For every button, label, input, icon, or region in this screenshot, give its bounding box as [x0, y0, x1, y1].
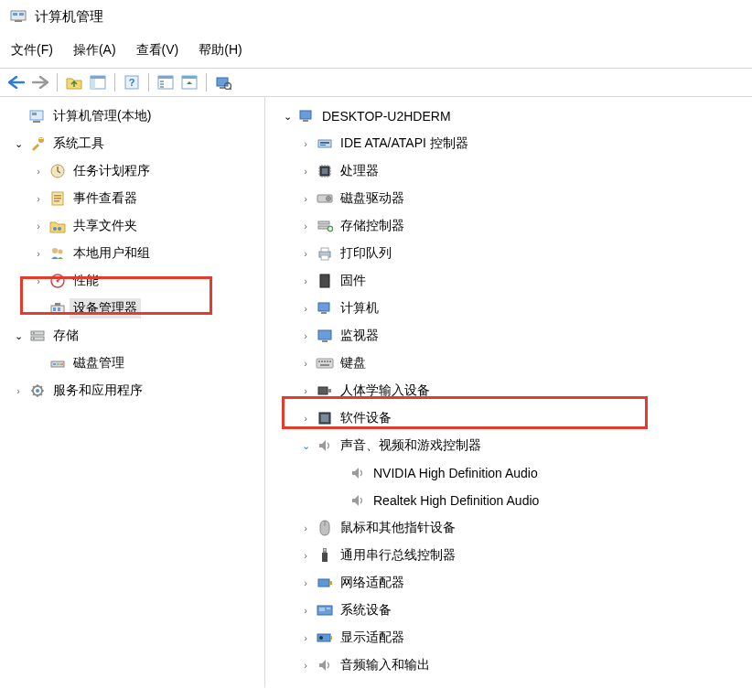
device-system[interactable]: › 系统设备: [265, 597, 752, 624]
chevron-right-icon[interactable]: ›: [11, 383, 26, 398]
tree-storage[interactable]: ⌄ 存储: [0, 322, 264, 350]
tree-event-viewer[interactable]: › 事件查看器: [0, 185, 264, 212]
chevron-right-icon[interactable]: ›: [298, 191, 313, 206]
svg-rect-68: [319, 280, 320, 282]
chevron-right-icon[interactable]: ›: [298, 328, 313, 343]
device-ide[interactable]: › IDE ATA/ATAPI 控制器: [265, 130, 752, 157]
chevron-right-icon[interactable]: ›: [298, 576, 313, 590]
expander-icon: [331, 493, 346, 508]
device-processors[interactable]: › 处理器: [265, 157, 752, 185]
device-sound[interactable]: ⌄ 声音、视频和游戏控制器: [265, 432, 752, 459]
tree-root[interactable]: 计算机管理(本地): [0, 102, 264, 130]
device-network[interactable]: › 网络适配器: [265, 569, 752, 597]
chevron-right-icon[interactable]: ›: [298, 383, 313, 398]
svg-rect-69: [319, 284, 320, 285]
chevron-right-icon[interactable]: ›: [298, 411, 313, 425]
scan-hardware-button[interactable]: [212, 71, 234, 93]
device-software[interactable]: › 软件设备: [265, 404, 752, 432]
chevron-right-icon[interactable]: ›: [31, 246, 46, 261]
chevron-right-icon[interactable]: ›: [298, 548, 313, 563]
chevron-right-icon[interactable]: ›: [31, 274, 46, 288]
chevron-right-icon[interactable]: ›: [298, 274, 313, 288]
menu-view[interactable]: 查看(V): [136, 42, 179, 59]
device-usb[interactable]: › 通用串行总线控制器: [265, 542, 752, 569]
services-icon: [27, 382, 48, 400]
device-hid[interactable]: › 人体学输入设备: [265, 377, 752, 404]
expander-icon: [11, 109, 26, 124]
chevron-right-icon[interactable]: ›: [298, 219, 313, 233]
up-folder-button[interactable]: [63, 71, 85, 93]
chevron-right-icon[interactable]: ›: [298, 603, 313, 618]
chevron-right-icon[interactable]: ›: [298, 630, 313, 645]
expander-icon: [331, 466, 346, 480]
refresh-button[interactable]: [178, 71, 200, 93]
device-keyboards[interactable]: › 键盘: [265, 350, 752, 377]
chevron-right-icon[interactable]: ›: [298, 356, 313, 371]
svg-rect-76: [322, 340, 328, 342]
device-root[interactable]: ⌄ DESKTOP-U2HDERM: [265, 102, 752, 130]
tree-label: 监视器: [337, 326, 382, 346]
mouse-icon: [315, 519, 335, 537]
chevron-right-icon[interactable]: ›: [31, 191, 46, 206]
chevron-down-icon[interactable]: ⌄: [11, 136, 26, 151]
forward-button[interactable]: [29, 71, 51, 93]
device-firmware[interactable]: › 固件: [265, 267, 752, 295]
chevron-right-icon[interactable]: ›: [31, 164, 46, 178]
device-nvidia-audio[interactable]: NVIDIA High Definition Audio: [265, 459, 752, 487]
device-display-adapters[interactable]: › 显示适配器: [265, 624, 752, 652]
tree-label: 计算机管理(本地): [49, 106, 155, 126]
tree-local-users[interactable]: › 本地用户和组: [0, 240, 264, 267]
chevron-right-icon[interactable]: ›: [298, 658, 313, 673]
svg-rect-53: [320, 142, 329, 144]
chevron-down-icon[interactable]: ⌄: [11, 328, 26, 343]
tree-shared-folders[interactable]: › 共享文件夹: [0, 212, 264, 240]
tree-device-manager[interactable]: 设备管理器: [0, 295, 264, 322]
tree-task-scheduler[interactable]: › 任务计划程序: [0, 157, 264, 185]
tree-services-apps[interactable]: › 服务和应用程序: [0, 377, 264, 404]
show-hide-tree-button[interactable]: [87, 71, 109, 93]
tree-system-tools[interactable]: ⌄ 系统工具: [0, 130, 264, 157]
menu-help[interactable]: 帮助(H): [199, 42, 242, 59]
device-mice[interactable]: › 鼠标和其他指针设备: [265, 514, 752, 542]
device-monitors[interactable]: › 监视器: [265, 322, 752, 350]
app-icon: [9, 7, 27, 26]
chevron-right-icon[interactable]: ›: [298, 521, 313, 535]
device-computers[interactable]: › 计算机: [265, 295, 752, 322]
tree-label: 声音、视频和游戏控制器: [337, 436, 485, 456]
svg-rect-21: [33, 121, 40, 123]
chevron-right-icon[interactable]: ›: [298, 301, 313, 316]
sound-icon: [348, 491, 368, 510]
svg-rect-46: [57, 363, 59, 365]
device-storage-controllers[interactable]: › 存储控制器: [265, 212, 752, 240]
help-button[interactable]: ?: [121, 71, 143, 93]
menubar: 文件(F) 操作(A) 查看(V) 帮助(H): [0, 29, 752, 68]
chevron-right-icon[interactable]: ›: [298, 136, 313, 151]
back-button[interactable]: [5, 71, 27, 93]
svg-point-30: [53, 227, 57, 231]
svg-rect-6: [91, 79, 95, 89]
svg-point-42: [33, 332, 35, 334]
chevron-right-icon[interactable]: ›: [31, 219, 46, 233]
chevron-right-icon[interactable]: ›: [298, 246, 313, 261]
svg-rect-84: [318, 387, 328, 394]
svg-rect-22: [32, 113, 37, 115]
chevron-down-icon[interactable]: ⌄: [280, 109, 295, 124]
device-realtek-audio[interactable]: Realtek High Definition Audio: [265, 487, 752, 514]
disk-mgmt-icon: [48, 354, 68, 372]
tree-performance[interactable]: › 性能: [0, 267, 264, 295]
chevron-right-icon[interactable]: ›: [298, 164, 313, 178]
chevron-down-icon[interactable]: ⌄: [298, 438, 313, 453]
svg-point-32: [52, 248, 58, 253]
device-audio-io[interactable]: › 音频输入和输出: [265, 652, 752, 679]
content-panes: 计算机管理(本地) ⌄ 系统工具 › 任务计划程序 › 事件查看器 ›: [0, 97, 752, 687]
svg-rect-99: [330, 636, 332, 640]
menu-action[interactable]: 操作(A): [73, 42, 116, 59]
device-disk-drives[interactable]: › 磁盘驱动器: [265, 185, 752, 212]
tree-disk-mgmt[interactable]: 磁盘管理: [0, 350, 264, 377]
svg-rect-89: [323, 548, 327, 553]
sound-icon: [315, 656, 335, 674]
menu-file[interactable]: 文件(F): [11, 42, 53, 59]
properties-button[interactable]: [155, 71, 177, 93]
svg-rect-38: [58, 307, 60, 311]
device-print-queues[interactable]: › 打印队列: [265, 240, 752, 267]
